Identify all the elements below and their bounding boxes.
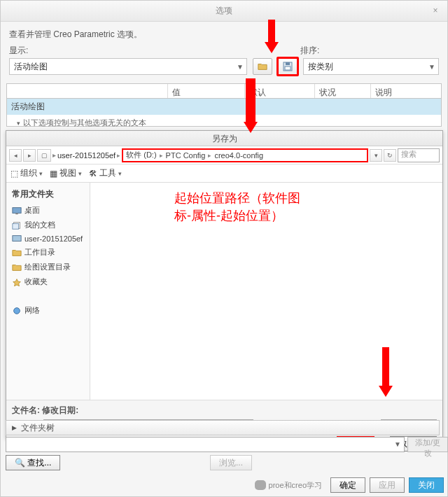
grid-selected-row[interactable]: 活动绘图: [7, 99, 441, 115]
col-name[interactable]: [7, 84, 168, 98]
confirm-button[interactable]: 确定: [330, 477, 365, 493]
col-desc[interactable]: 说明: [371, 84, 441, 98]
save-disk-icon: [282, 61, 293, 72]
sidebar: 常用文件夹 桌面 我的文档 user-20151205ef 工作目录 绘图设置目…: [6, 183, 90, 400]
folder-icon: [12, 248, 22, 257]
red-arrow-3: [379, 347, 393, 397]
svg-point-8: [14, 307, 20, 314]
saveas-dialog: 另存为 ◂ ▸ ▢ ▸ user-20151205ef ▸ 软件 (D:)▸ P…: [6, 130, 443, 438]
svg-rect-2: [285, 66, 290, 70]
red-arrow-2: [244, 78, 258, 133]
grid-body: 活动绘图 ▾以下选项控制与其他选项无关的文本: [6, 99, 442, 127]
sidebar-workdir[interactable]: 工作目录: [6, 245, 90, 260]
add-change-button[interactable]: 添加/更改: [407, 437, 448, 452]
filter-row: 活动绘图 ▼ 按类别 ▼: [1, 58, 447, 80]
annotation-text: 起始位置路径（软件图 标-属性-起始位置）: [174, 190, 300, 225]
wechat-watermark: proe和creo学习: [255, 480, 322, 491]
saveas-body: 常用文件夹 桌面 我的文档 user-20151205ef 工作目录 绘图设置目…: [6, 183, 442, 400]
sort-select[interactable]: 按类别 ▼: [303, 58, 439, 75]
svg-rect-1: [286, 62, 290, 65]
collapse-icon[interactable]: ▾: [17, 120, 20, 127]
sort-value: 按类别: [308, 61, 333, 73]
sidebar-fav[interactable]: 收藏夹: [6, 274, 90, 289]
sidebar-header: 常用文件夹: [6, 186, 90, 203]
bottom-buttons: proe和creo学习 确定 应用 关闭: [255, 477, 444, 493]
svg-rect-7: [13, 236, 21, 241]
titlebar: 选项 ×: [1, 1, 447, 22]
tools-menu[interactable]: 🛠 工具 ▾: [89, 167, 122, 179]
svg-rect-6: [13, 223, 19, 229]
sidebar-drawcfg[interactable]: 绘图设置目录: [6, 260, 90, 274]
display-select[interactable]: 活动绘图 ▼: [9, 58, 247, 75]
expand-icon[interactable]: ▶: [12, 424, 17, 431]
bc-user[interactable]: user-20151205ef: [57, 151, 115, 160]
star-icon: [12, 278, 22, 286]
apply-button[interactable]: 应用: [370, 477, 405, 493]
sort-label: 排序:: [300, 45, 439, 57]
close-button[interactable]: 关闭: [409, 477, 444, 493]
browse-button[interactable]: 浏览...: [210, 455, 252, 470]
description: 查看并管理 Creo Parametric 选项。: [1, 22, 447, 45]
refresh-icon[interactable]: ↻: [384, 149, 396, 162]
organize-menu[interactable]: ⬚ 组织 ▾: [10, 167, 43, 179]
grid-header: 值 默认 状况 说明: [6, 83, 442, 99]
path-bar: ◂ ▸ ▢ ▸ user-20151205ef ▸ 软件 (D:)▸ PTC C…: [6, 146, 442, 164]
folder-icon: [12, 263, 22, 272]
sidebar-mydocs[interactable]: 我的文档: [6, 218, 90, 232]
desktop-icon: [12, 206, 22, 215]
bc-sep: ▸: [52, 151, 56, 159]
nav-back-button[interactable]: ◂: [9, 149, 22, 162]
save-button[interactable]: [276, 57, 299, 76]
window-title: 选项: [216, 5, 232, 17]
display-label: 显示:: [9, 45, 247, 57]
view-menu[interactable]: ▦ 视图 ▾: [50, 167, 82, 179]
nav-folder-icon[interactable]: ▢: [37, 149, 51, 162]
filename-header: 文件名: 修改日期:: [12, 405, 437, 416]
nav-fwd-button[interactable]: ▸: [23, 149, 36, 162]
col-value[interactable]: 值: [168, 84, 245, 98]
bc-folder: PTC Config: [166, 151, 206, 160]
bc-sep: ▸: [117, 152, 120, 159]
grid-note: ▾以下选项控制与其他选项无关的文本: [7, 115, 441, 131]
svg-rect-4: [15, 213, 18, 214]
sidebar-user[interactable]: user-20151205ef: [6, 232, 90, 245]
chevron-down-icon[interactable]: ▼: [394, 440, 401, 448]
display-value: 活动绘图: [14, 61, 48, 73]
folder-tree-header[interactable]: ▶ 文件夹树: [6, 420, 440, 435]
folder-icon: [258, 62, 267, 71]
sidebar-network[interactable]: 网络: [6, 303, 90, 318]
saveas-title: 另存为: [6, 131, 442, 146]
dropdown-icon[interactable]: ▾: [370, 149, 382, 162]
option-input[interactable]: ▼: [6, 437, 405, 452]
network-icon: [12, 307, 22, 315]
docs-icon: [12, 221, 22, 230]
col-status[interactable]: 状况: [315, 84, 371, 98]
bc-folder: creo4.0-config: [214, 151, 263, 160]
svg-rect-3: [13, 207, 21, 213]
sidebar-desktop[interactable]: 桌面: [6, 203, 90, 218]
open-folder-button[interactable]: [253, 58, 272, 75]
chevron-down-icon: ▼: [237, 63, 244, 71]
computer-icon: [12, 234, 22, 243]
folder-tree-label: 文件夹树: [21, 422, 55, 434]
find-button[interactable]: 🔍 查找...: [6, 455, 60, 470]
search-input[interactable]: 搜索: [398, 148, 440, 162]
saveas-toolbar: ⬚ 组织 ▾ ▦ 视图 ▾ 🛠 工具 ▾: [6, 164, 442, 183]
chevron-down-icon: ▼: [428, 63, 435, 71]
red-arrow-1: [265, 20, 279, 53]
close-icon[interactable]: ×: [429, 5, 442, 18]
wechat-icon: [255, 480, 266, 490]
bc-drive: 软件 (D:): [126, 150, 156, 160]
breadcrumb-path[interactable]: 软件 (D:)▸ PTC Config▸ creo4.0-config: [122, 148, 368, 162]
